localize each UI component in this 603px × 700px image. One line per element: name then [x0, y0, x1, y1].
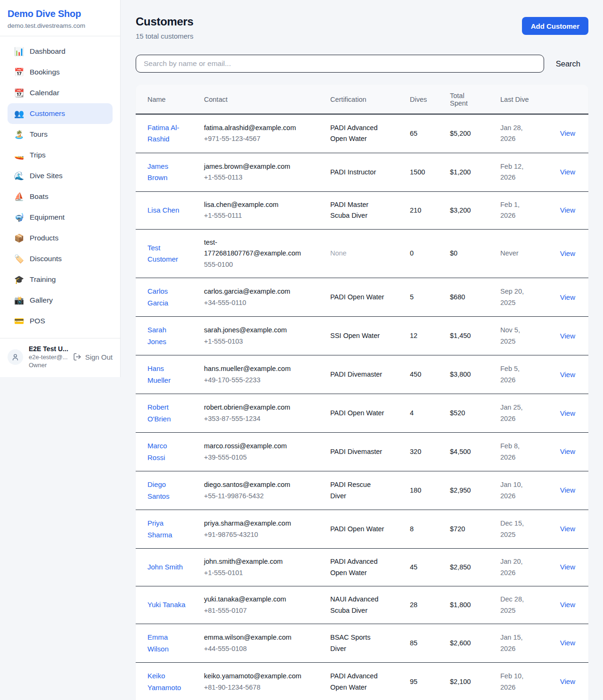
customer-phone: +39-555-0105 [204, 452, 308, 463]
customer-email: diego.santos@example.com [204, 479, 308, 490]
sidebar-item-equipment[interactable]: 🤿Equipment [8, 207, 113, 228]
customer-phone: +1-555-0103 [204, 336, 308, 347]
user-name: E2E Test U... [29, 345, 67, 353]
name-cell: Yuki Tanaka [136, 586, 204, 624]
column-header-contact: Contact [204, 85, 330, 114]
contact-cell: priya.sharma@example.com+91-98765-43210 [204, 510, 330, 549]
customer-name-link[interactable]: Sarah Jones [147, 326, 166, 345]
customer-email: priya.sharma@example.com [204, 518, 308, 529]
actions-cell: View [544, 624, 588, 663]
sidebar-item-pos[interactable]: 💳POS [8, 311, 113, 331]
sidebar-item-training[interactable]: 🎓Training [8, 269, 113, 290]
customer-certification: PADI Divemaster [330, 448, 382, 455]
dives-cell: 45 [410, 549, 450, 586]
view-customer-link[interactable]: View [560, 206, 575, 214]
view-customer-link[interactable]: View [560, 129, 575, 137]
sidebar-item-label: Calendar [30, 89, 59, 97]
view-customer-link[interactable]: View [560, 371, 575, 379]
customer-name-link[interactable]: Priya Sharma [147, 519, 172, 538]
last-dive-cell: Feb 8, 2026 [500, 433, 544, 471]
sidebar-item-tours[interactable]: 🏝️Tours [8, 124, 113, 145]
search-input[interactable] [136, 55, 544, 73]
view-customer-link[interactable]: View [560, 409, 575, 417]
name-cell: Fatima Al-Rashid [136, 114, 204, 153]
dives-cell: 85 [410, 624, 450, 663]
brand-domain: demo.test.divestreams.com [8, 22, 113, 29]
sidebar-item-label: Discounts [30, 255, 62, 263]
table-row: Marco Rossimarco.rossi@example.com+39-55… [136, 433, 588, 471]
table-header-row: NameContactCertificationDivesTotal Spent… [136, 85, 588, 114]
column-header-actions [544, 85, 588, 114]
customers-table: NameContactCertificationDivesTotal Spent… [136, 85, 588, 700]
customer-name-link[interactable]: Test Customer [147, 244, 178, 263]
equipment-icon: 🤿 [14, 214, 24, 222]
sidebar-item-bookings[interactable]: 📅Bookings [8, 62, 113, 82]
sidebar-item-calendar[interactable]: 📆Calendar [8, 82, 113, 103]
sidebar-item-trips[interactable]: 🚤Trips [8, 145, 113, 165]
sidebar-item-label: Equipment [30, 213, 65, 222]
add-customer-button[interactable]: Add Customer [522, 17, 588, 35]
contact-cell: sarah.jones@example.com+1-555-0103 [204, 317, 330, 355]
total-spent-cell: $0 [450, 229, 500, 278]
last-dive-cell: Feb 10, 2026 [500, 663, 544, 700]
customer-name-link[interactable]: James Brown [147, 162, 168, 181]
view-customer-link[interactable]: View [560, 332, 575, 340]
view-customer-link[interactable]: View [560, 677, 575, 685]
customer-name-link[interactable]: Keiko Yamamoto [147, 672, 181, 691]
main-content: Customers 15 total customers Add Custome… [121, 0, 603, 700]
name-cell: Sarah Jones [136, 317, 204, 355]
customer-name-link[interactable]: John Smith [147, 563, 183, 571]
sidebar-item-customers[interactable]: 👥Customers [8, 103, 113, 124]
total-spent-cell: $2,850 [450, 549, 500, 586]
total-spent-cell: $2,950 [450, 471, 500, 510]
sidebar-item-gallery[interactable]: 📸Gallery [8, 290, 113, 311]
contact-cell: marco.rossi@example.com+39-555-0105 [204, 433, 330, 471]
view-customer-link[interactable]: View [560, 601, 575, 609]
view-customer-link[interactable]: View [560, 486, 575, 494]
total-spent-cell: $680 [450, 278, 500, 317]
customer-name-link[interactable]: Hans Mueller [147, 364, 171, 384]
customer-email: yuki.tanaka@example.com [204, 594, 308, 605]
search-button[interactable]: Search [556, 59, 580, 68]
sidebar-item-discounts[interactable]: 🏷️Discounts [8, 248, 113, 269]
sidebar-item-products[interactable]: 📦Products [8, 228, 113, 248]
customer-name-link[interactable]: Emma Wilson [147, 633, 169, 652]
sidebar-item-boats[interactable]: ⛵Boats [8, 186, 113, 207]
view-customer-link[interactable]: View [560, 168, 575, 176]
brand-title[interactable]: Demo Dive Shop [8, 8, 113, 19]
name-cell: Hans Mueller [136, 355, 204, 394]
brand: Demo Dive Shop demo.test.divestreams.com [0, 0, 120, 36]
view-customer-link[interactable]: View [560, 447, 575, 455]
certification-cell: None [330, 229, 410, 278]
customer-certification: PADI Master Scuba Diver [330, 201, 368, 219]
contact-cell: yuki.tanaka@example.com+81-555-0107 [204, 586, 330, 624]
customer-name-link[interactable]: Carlos Garcia [147, 287, 168, 306]
customer-certification: PADI Advanced Open Water [330, 124, 378, 142]
certification-cell: PADI Rescue Diver [330, 471, 410, 510]
actions-cell: View [544, 510, 588, 549]
customer-phone: +971-55-123-4567 [204, 133, 308, 144]
sign-out-button[interactable]: Sign Out [73, 353, 113, 361]
last-dive-cell: Jan 10, 2026 [500, 471, 544, 510]
contact-cell: keiko.yamamoto@example.com+81-90-1234-56… [204, 663, 330, 700]
name-cell: Carlos Garcia [136, 278, 204, 317]
view-customer-link[interactable]: View [560, 639, 575, 647]
column-header-total-spent: Total Spent [450, 85, 500, 114]
view-customer-link[interactable]: View [560, 525, 575, 533]
customer-name-link[interactable]: Fatima Al-Rashid [147, 124, 179, 143]
view-customer-link[interactable]: View [560, 249, 575, 257]
view-customer-link[interactable]: View [560, 293, 575, 301]
customer-name-link[interactable]: Yuki Tanaka [147, 601, 186, 609]
customer-name-link[interactable]: Robert O'Brien [147, 403, 171, 422]
sidebar-item-dashboard[interactable]: 📊Dashboard [8, 41, 113, 62]
last-dive-cell: Jan 25, 2026 [500, 394, 544, 433]
customer-name-link[interactable]: Marco Rossi [147, 442, 167, 461]
customer-name-link[interactable]: Lisa Chen [147, 206, 179, 214]
name-cell: Keiko Yamamoto [136, 663, 204, 700]
total-spent-cell: $2,100 [450, 663, 500, 700]
dives-cell: 65 [410, 114, 450, 153]
customer-name-link[interactable]: Diego Santos [147, 480, 170, 500]
sidebar-item-dive-sites[interactable]: 🌊Dive Sites [8, 165, 113, 186]
sidebar-item-label: Products [30, 234, 58, 242]
view-customer-link[interactable]: View [560, 563, 575, 571]
